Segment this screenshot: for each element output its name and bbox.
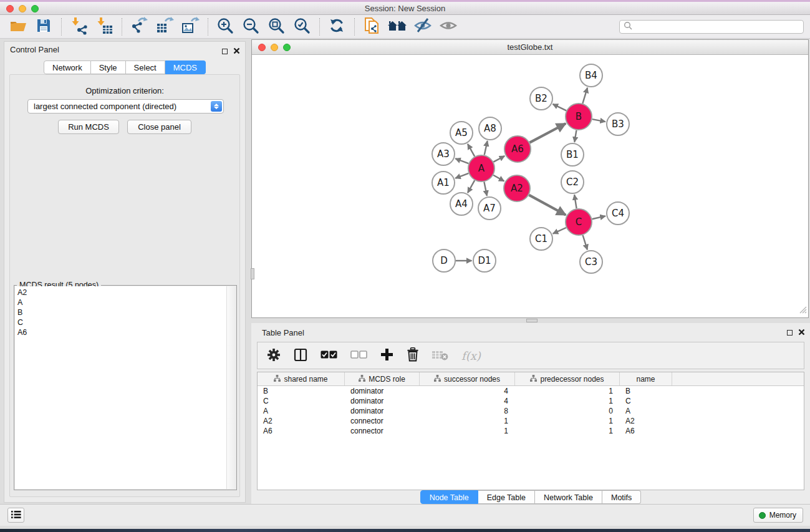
criterion-dropdown[interactable]: largest connected component (directed) [27, 99, 224, 114]
tab-mcds[interactable]: MCDS [165, 60, 206, 74]
import-network-button[interactable] [68, 17, 89, 37]
network-canvas[interactable]: B4B2BB3A8A5A6A3B1AA1C2A2A4A7C4CC1C3DD1 [253, 56, 808, 317]
zoom-out-button[interactable] [240, 17, 261, 37]
zoom-selected-button[interactable] [291, 17, 312, 37]
table-row[interactable]: Bdominator41B [258, 386, 804, 396]
graph-edge-A-A4[interactable] [468, 180, 475, 193]
graphics-details-button[interactable] [412, 17, 433, 37]
graph-edge-A-A7[interactable] [484, 182, 487, 196]
graph-node-C1[interactable]: C1 [530, 228, 552, 250]
graph-edge-A-A5[interactable] [468, 144, 475, 157]
delete-table-button[interactable] [432, 349, 448, 362]
table-settings-button[interactable] [267, 348, 281, 364]
select-all-columns-button[interactable] [321, 351, 337, 360]
export-table-button[interactable] [154, 17, 175, 37]
function-builder-button[interactable]: f(x) [461, 349, 481, 362]
mcds-result-item[interactable]: A6 [17, 327, 226, 337]
graph-edge-C-C2[interactable] [574, 195, 576, 208]
column-header-name[interactable]: name [620, 372, 672, 385]
refresh-button[interactable] [326, 17, 347, 37]
graph-node-C3[interactable]: C3 [580, 251, 602, 273]
graph-node-C2[interactable]: C2 [561, 171, 584, 193]
zoom-fit-button[interactable] [266, 17, 287, 37]
graph-edge-A-A8[interactable] [485, 141, 488, 155]
delete-column-button[interactable] [407, 347, 419, 364]
graph-node-B[interactable]: B [566, 104, 592, 130]
result-list-scrollbar[interactable] [226, 286, 236, 489]
graph-node-C4[interactable]: C4 [607, 202, 629, 225]
mcds-result-item[interactable]: C [17, 317, 226, 327]
deselect-all-columns-button[interactable] [350, 351, 367, 360]
graph-node-A1[interactable]: A1 [432, 172, 455, 194]
export-image-button[interactable] [180, 17, 201, 37]
window-resize-grip[interactable] [799, 305, 807, 316]
tab-network[interactable]: Network [44, 60, 91, 74]
graph-edge-A-A1[interactable] [455, 173, 468, 178]
graph-edge-B-B3[interactable] [592, 119, 605, 122]
create-column-button[interactable] [380, 348, 393, 363]
graph-node-A6[interactable]: A6 [504, 136, 531, 162]
mcds-result-item[interactable]: A [17, 297, 226, 307]
graph-node-B1[interactable]: B1 [561, 143, 584, 166]
float-panel-icon[interactable] [222, 49, 228, 54]
close-panel-icon[interactable] [798, 327, 805, 338]
show-details-button[interactable] [438, 17, 459, 37]
mcds-result-item[interactable]: A2 [17, 288, 226, 297]
float-panel-icon[interactable] [787, 330, 793, 336]
run-mcds-button[interactable]: Run MCDS [58, 120, 119, 134]
tab-node-table[interactable]: Node Table [420, 490, 478, 504]
graph-node-A5[interactable]: A5 [450, 122, 473, 144]
graph-edge-B-B4[interactable] [582, 88, 587, 104]
network-window-titlebar[interactable]: testGlobe.txt [252, 40, 808, 55]
graph-node-A2[interactable]: A2 [504, 175, 530, 201]
tab-select[interactable]: Select [126, 60, 165, 74]
graph-node-A7[interactable]: A7 [478, 197, 501, 220]
graph-node-A3[interactable]: A3 [432, 143, 455, 165]
graph-node-A[interactable]: A [468, 155, 494, 181]
table-row[interactable]: Cdominator41C [258, 396, 804, 406]
tab-style[interactable]: Style [91, 60, 126, 74]
graph-node-B4[interactable]: B4 [580, 64, 602, 87]
column-header-predecessor-nodes[interactable]: predecessor nodes [515, 372, 620, 385]
open-session-button[interactable] [7, 17, 29, 37]
table-row[interactable]: A2connector11A2 [258, 416, 804, 426]
graph-edge-A6-B[interactable] [529, 123, 566, 143]
graph-edge-B-B1[interactable] [574, 130, 576, 142]
mcds-result-item[interactable]: B [17, 307, 226, 317]
split-divider-handle[interactable] [251, 268, 254, 279]
tab-network-table[interactable]: Network Table [535, 490, 602, 504]
column-header-successor-nodes[interactable]: successor nodes [420, 372, 515, 385]
save-session-button[interactable] [33, 17, 54, 37]
zoom-in-button[interactable] [215, 17, 236, 37]
tab-edge-table[interactable]: Edge Table [478, 490, 535, 504]
search-input[interactable] [633, 21, 803, 32]
graph-edge-A-A3[interactable] [455, 158, 468, 163]
column-header-MCDS-role[interactable]: MCDS role [345, 372, 420, 385]
graph-node-B2[interactable]: B2 [530, 87, 552, 110]
app-titlebar[interactable]: Session: New Session [0, 2, 810, 15]
graph-edge-B-B2[interactable] [552, 104, 566, 111]
graph-edge-A2-C[interactable] [529, 195, 566, 215]
graph-node-D[interactable]: D [433, 249, 455, 272]
graph-edge-A-A2[interactable] [493, 175, 504, 181]
network-overview-button[interactable] [387, 17, 408, 37]
split-view-button[interactable] [294, 348, 307, 364]
import-table-button[interactable] [94, 17, 115, 37]
table-row[interactable]: Adominator80A [258, 406, 804, 416]
table-row[interactable]: A6connector11A6 [258, 426, 804, 436]
graph-edge-C-C3[interactable] [583, 235, 587, 249]
memory-button[interactable]: Memory [753, 508, 803, 523]
tab-motifs[interactable]: Motifs [602, 490, 641, 504]
graph-edge-C-C1[interactable] [553, 228, 566, 234]
graph-edge-C-C4[interactable] [592, 216, 605, 219]
column-header-shared-name[interactable]: shared name [258, 372, 345, 385]
export-network-button[interactable] [128, 17, 150, 37]
split-divider-handle[interactable] [526, 319, 538, 322]
graph-node-D1[interactable]: D1 [473, 249, 496, 272]
graph-edge-A-A6[interactable] [493, 156, 504, 162]
graph-node-A4[interactable]: A4 [450, 193, 473, 215]
close-panel-icon[interactable] [233, 46, 240, 57]
task-history-button[interactable] [7, 508, 24, 523]
graph-node-C[interactable]: C [566, 209, 592, 235]
graph-node-B3[interactable]: B3 [607, 113, 629, 135]
